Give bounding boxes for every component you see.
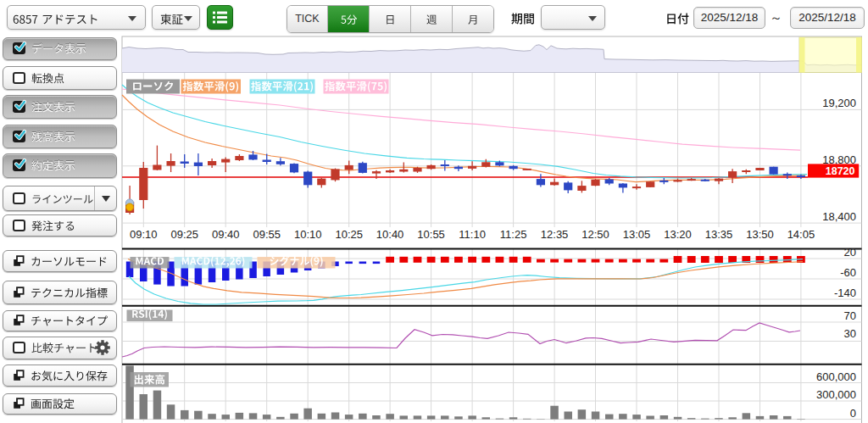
- svg-text:12:50: 12:50: [581, 228, 609, 241]
- svg-text:12:35: 12:35: [541, 228, 569, 241]
- svg-text:600,000: 600,000: [816, 370, 856, 383]
- svg-text:13:20: 13:20: [664, 228, 692, 241]
- svg-text:13:35: 13:35: [705, 228, 733, 241]
- svg-text:14:05: 14:05: [787, 228, 815, 241]
- svg-text:0: 0: [850, 407, 856, 420]
- svg-text:-60: -60: [840, 266, 856, 279]
- svg-text:10:40: 10:40: [376, 228, 404, 241]
- svg-text:09:55: 09:55: [253, 228, 281, 241]
- svg-text:11:25: 11:25: [500, 228, 527, 241]
- svg-text:70: 70: [844, 309, 856, 322]
- svg-text:19,200: 19,200: [822, 97, 856, 109]
- svg-text:11:10: 11:10: [459, 228, 486, 241]
- svg-text:10:25: 10:25: [335, 228, 363, 241]
- svg-text:09:10: 09:10: [130, 228, 158, 241]
- svg-text:09:25: 09:25: [170, 228, 198, 241]
- svg-text:300,000: 300,000: [816, 388, 856, 401]
- svg-text:20: 20: [844, 246, 856, 259]
- svg-text:18720: 18720: [826, 165, 855, 177]
- svg-text:-140: -140: [834, 287, 856, 299]
- svg-text:10:55: 10:55: [417, 228, 445, 241]
- svg-text:10:10: 10:10: [294, 228, 322, 241]
- svg-text:18,400: 18,400: [822, 210, 856, 223]
- svg-text:30: 30: [844, 327, 856, 340]
- svg-text:09:40: 09:40: [212, 228, 240, 241]
- svg-text:13:05: 13:05: [623, 228, 651, 241]
- svg-text:18,800: 18,800: [822, 153, 856, 166]
- svg-text:13:50: 13:50: [746, 228, 774, 241]
